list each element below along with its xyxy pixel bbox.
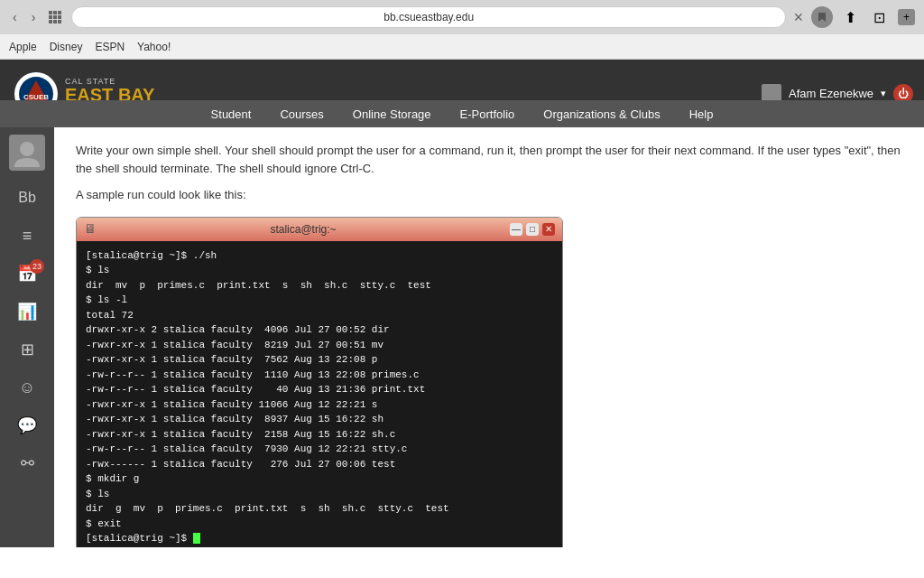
term-line-6: -rwxr-xr-x 1 stalica faculty 8219 Jul 27… bbox=[86, 338, 553, 353]
chart-icon: 📊 bbox=[17, 302, 37, 322]
svg-rect-0 bbox=[49, 11, 52, 14]
share-nav-icon: ⚯ bbox=[21, 453, 34, 473]
term-line-2: dir mv p primes.c print.txt s sh sh.c st… bbox=[86, 278, 553, 294]
bookmark-espn[interactable]: ESPN bbox=[95, 41, 125, 53]
term-line-1: $ ls bbox=[86, 263, 553, 278]
svg-point-12 bbox=[20, 142, 34, 156]
term-line-11: -rwxr-xr-x 1 stalica faculty 8937 Aug 15… bbox=[86, 412, 553, 427]
chat-icon: 💬 bbox=[17, 415, 37, 435]
bookmark-yahoo[interactable]: Yahoo! bbox=[137, 41, 171, 53]
main-layout: Bb ≡ 📅 23 📊 ⊞ ☺ 💬 ⚯ Write your own simpl… bbox=[0, 127, 924, 547]
terminal-body: [stalica@trig ~]$ ./sh $ ls dir mv p pri… bbox=[77, 241, 562, 548]
courses-icon: Bb bbox=[18, 190, 36, 206]
smiley-icon: ☺ bbox=[19, 378, 35, 397]
back-button[interactable]: ‹ bbox=[9, 8, 21, 26]
terminal-icon: 🖥 bbox=[84, 219, 97, 238]
term-line-9: -rw-r--r-- 1 stalica faculty 40 Aug 13 2… bbox=[86, 382, 553, 397]
sidebar-item-chart[interactable]: 📊 bbox=[6, 294, 48, 330]
term-line-13: -rw-r--r-- 1 stalica faculty 7930 Aug 12… bbox=[86, 442, 553, 457]
avatar-icon bbox=[11, 136, 43, 169]
term-line-16: $ ls bbox=[86, 487, 553, 502]
term-line-17: dir g mv p primes.c print.txt s sh sh.c … bbox=[86, 501, 553, 517]
term-line-5: drwxr-xr-x 2 stalica faculty 4096 Jul 27… bbox=[86, 322, 553, 338]
term-line-19: [stalica@trig ~]$ bbox=[86, 531, 553, 546]
sidebar-avatar bbox=[9, 135, 45, 171]
terminal-minimize[interactable]: — bbox=[510, 223, 522, 236]
terminal-close[interactable]: ✕ bbox=[542, 223, 555, 236]
sidebar-item-calendar[interactable]: 📅 23 bbox=[6, 256, 48, 292]
menu-icon: ≡ bbox=[23, 227, 32, 246]
browser-titlebar: ‹ › bb.csueastbay.edu ✕ ⬆ ⊡ + bbox=[0, 0, 924, 34]
bookmark-icon[interactable] bbox=[811, 6, 833, 28]
sidebar-item-grid[interactable]: ⊞ bbox=[6, 331, 48, 368]
svg-rect-4 bbox=[53, 15, 57, 19]
user-name-text: Afam Ezenekwe bbox=[789, 87, 873, 100]
svg-rect-6 bbox=[49, 20, 52, 23]
nav-organizations-clubs[interactable]: Organizations & Clubs bbox=[529, 100, 674, 127]
svg-rect-7 bbox=[53, 20, 57, 23]
sidebar-item-smiley[interactable]: ☺ bbox=[6, 369, 48, 406]
term-line-15: $ mkdir g bbox=[86, 471, 553, 487]
address-bar[interactable]: bb.csueastbay.edu bbox=[71, 6, 786, 28]
term-line-14: -rwx------ 1 stalica faculty 276 Jul 27 … bbox=[86, 457, 553, 472]
notification-badge: 23 bbox=[30, 259, 44, 274]
lms-nav: Student Courses Online Storage E-Portfol… bbox=[0, 100, 924, 127]
term-line-4: total 72 bbox=[86, 308, 553, 323]
nav-help[interactable]: Help bbox=[675, 100, 728, 127]
nav-student[interactable]: Student bbox=[197, 100, 266, 127]
nav-eportfolio[interactable]: E-Portfolio bbox=[446, 100, 530, 127]
new-tab-button[interactable]: + bbox=[898, 9, 915, 25]
sample-run-label: A sample run could look like this: bbox=[76, 186, 902, 204]
bookmark-svg bbox=[817, 11, 827, 23]
term-line-18: $ exit bbox=[86, 517, 553, 532]
sidebar-item-share[interactable]: ⚯ bbox=[6, 445, 48, 481]
bookmark-apple[interactable]: Apple bbox=[9, 41, 37, 53]
term-line-0: [stalica@trig ~]$ ./sh bbox=[86, 248, 553, 264]
nav-online-storage[interactable]: Online Storage bbox=[338, 100, 446, 127]
term-line-12: -rwxr-xr-x 1 stalica faculty 2158 Aug 15… bbox=[86, 427, 553, 443]
lms-header: CSUEB CAL STATE EAST BAY ONLINE EDUCATIO… bbox=[0, 60, 924, 127]
grid-icon bbox=[49, 11, 61, 23]
sidebar-item-chat[interactable]: 💬 bbox=[6, 407, 48, 443]
url-text: bb.csueastbay.edu bbox=[383, 11, 474, 23]
tab-grid-button[interactable] bbox=[46, 8, 64, 26]
expand-icon[interactable]: ⊡ bbox=[869, 6, 891, 28]
svg-rect-2 bbox=[58, 11, 61, 14]
instruction-paragraph: Write your own simple shell. Your shell … bbox=[76, 142, 902, 177]
sidebar-item-menu[interactable]: ≡ bbox=[6, 218, 48, 254]
sidebar-item-courses[interactable]: Bb bbox=[6, 180, 48, 216]
svg-rect-5 bbox=[58, 15, 61, 19]
grid-nav-icon: ⊞ bbox=[21, 340, 34, 359]
svg-rect-8 bbox=[58, 20, 61, 23]
nav-courses[interactable]: Courses bbox=[265, 100, 337, 127]
sidebar: Bb ≡ 📅 23 📊 ⊞ ☺ 💬 ⚯ bbox=[0, 127, 54, 547]
term-line-7: -rwxr-xr-x 1 stalica faculty 7562 Aug 13… bbox=[86, 352, 553, 368]
bookmark-disney[interactable]: Disney bbox=[50, 41, 83, 53]
terminal-cursor bbox=[193, 533, 200, 544]
term-line-8: -rw-r--r-- 1 stalica faculty 1110 Aug 13… bbox=[86, 368, 553, 383]
close-tab-button[interactable]: ✕ bbox=[793, 10, 804, 24]
svg-rect-3 bbox=[49, 15, 52, 19]
user-dropdown-arrow[interactable]: ▾ bbox=[881, 88, 886, 99]
term-line-10: -rwxr-xr-x 1 stalica faculty 11066 Aug 1… bbox=[86, 397, 553, 413]
terminal-titlebar: 🖥 stalica@trig:~ — □ ✕ bbox=[77, 218, 562, 241]
terminal-buttons: — □ ✕ bbox=[510, 223, 555, 236]
svg-rect-1 bbox=[53, 11, 57, 14]
forward-button[interactable]: › bbox=[28, 8, 40, 26]
terminal-title: stalica@trig:~ bbox=[270, 221, 336, 238]
share-icon[interactable]: ⬆ bbox=[840, 6, 862, 28]
bookmarks-bar: Apple Disney ESPN Yahoo! bbox=[0, 34, 924, 60]
term-line-3: $ ls -l bbox=[86, 293, 553, 308]
content-area[interactable]: Write your own simple shell. Your shell … bbox=[54, 127, 924, 547]
terminal-maximize[interactable]: □ bbox=[526, 223, 539, 236]
terminal-window: 🖥 stalica@trig:~ — □ ✕ [stalica@trig ~]$… bbox=[76, 217, 563, 548]
